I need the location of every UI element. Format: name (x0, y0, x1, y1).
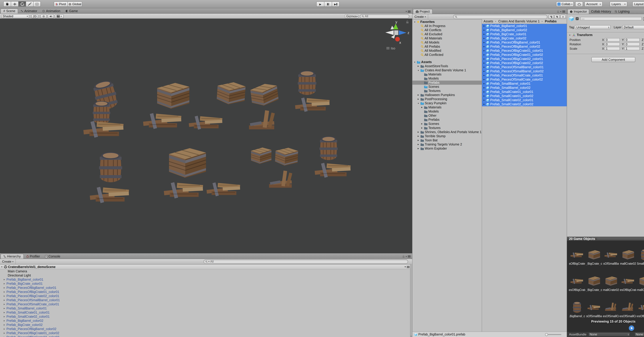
hierarchy-item[interactable]: Main Camera (0, 269, 412, 273)
hierarchy-item[interactable]: ▶ Prefab_SmallCrate01_color01 (0, 311, 412, 315)
asset-row[interactable]: ▶ Prefab_SmallCrate02_color01 (482, 98, 567, 102)
search-by-label-button[interactable] (554, 15, 560, 19)
hierarchy-item[interactable]: ▶ Prefab_SmallBarrel_color01 (0, 306, 412, 311)
tab-inspector[interactable]: iInspector (568, 9, 589, 14)
play-button[interactable]: ▶ (316, 1, 324, 7)
cloud-button[interactable] (575, 1, 583, 7)
tree-item[interactable]: ▼ Crates And Barrels Volume 1 (412, 68, 482, 72)
asset-row[interactable]: ▶ Prefab_BigBarrel_color01 (482, 24, 567, 28)
breadcrumb-current[interactable]: Prefabs (545, 19, 557, 23)
preview-thumbnail[interactable]: sOfSmallBa (602, 249, 620, 265)
hierarchy-item[interactable]: Directional Light (0, 273, 412, 278)
preview-thumbnail[interactable]: sOfBigCrate (568, 249, 586, 265)
asset-row[interactable]: ▶ Prefab_PiecesOfBigCrate01_color02 (482, 53, 567, 57)
layers-dropdown[interactable]: Layers▾ (610, 1, 627, 7)
hierarchy-item[interactable]: ▶ Prefab_BigBarrel_color01 (0, 278, 412, 282)
static-toggle[interactable]: Static ▾ (643, 17, 644, 20)
gizmos-dropdown[interactable]: Gizmos▾ (345, 14, 358, 18)
shading-mode-dropdown[interactable]: Shaded▾ (1, 14, 29, 18)
favorites-item[interactable]: All Modified (412, 49, 482, 53)
asset-row[interactable]: ▶ Prefab_PiecesOfBigCrate02_color02 (482, 61, 567, 65)
tab-collab-history[interactable]: Collab History (589, 9, 613, 14)
asset-row[interactable]: ▶ Prefab_PiecesOfSmallCrate_color01 (482, 73, 567, 77)
search-by-type-button[interactable] (548, 15, 554, 19)
preview-thumbnail[interactable]: esOfBigCrate (620, 275, 636, 292)
tree-item[interactable]: Models (412, 109, 482, 113)
hierarchy-item[interactable]: ▶ Prefab_PiecesOfBigCrate01_color01 (0, 290, 412, 294)
tree-item[interactable]: Materials (412, 72, 482, 76)
static-checkbox[interactable] (643, 17, 644, 20)
hand-tool-button[interactable] (3, 1, 11, 7)
preview-thumbnail[interactable]: esOfBigBarr (636, 301, 644, 318)
scene-row-menu-icon[interactable] (407, 266, 410, 268)
tree-item[interactable]: ▶ Materials (412, 105, 482, 109)
account-dropdown[interactable]: Account▾ (584, 1, 602, 7)
assetbundle-variant-dropdown[interactable]: None▲▼ (634, 332, 644, 337)
asset-labels-button[interactable] (629, 326, 634, 331)
hierarchy-item[interactable]: ▶ Prefab_PiecesOfBigCrate02_color02 (0, 335, 412, 337)
hierarchy-item[interactable]: ▶ Prefab_PiecesOfSmallCrate_color01 (0, 302, 412, 306)
hierarchy-item[interactable]: ▶ Prefab_PiecesOfBigCrate01_color02 (0, 331, 412, 335)
tab-profiler[interactable]: Profiler (24, 254, 42, 259)
lock-icon[interactable] (402, 255, 405, 258)
y-field[interactable]: 0 (625, 38, 640, 41)
hierarchy-scene-row[interactable]: ▼ CratesBarrelsVol1_demoScene ▾ (0, 264, 412, 269)
hierarchy-item[interactable]: ▶ Prefab_BigCrate_color01 (0, 282, 412, 286)
pause-button[interactable] (324, 1, 332, 7)
global-toggle-button[interactable]: Global (68, 1, 82, 7)
hierarchy-create-button[interactable]: Create▾ (0, 259, 16, 264)
breadcrumb-folder[interactable]: Crates And Barrels Volume 1 (498, 19, 540, 23)
gameobject-name-field[interactable]: — (580, 17, 642, 20)
2d-toggle-button[interactable]: 2D (32, 14, 38, 18)
hierarchy-item[interactable]: ▶ Prefab_PiecesOfBigCrate02_color01 (0, 294, 412, 298)
hierarchy-item[interactable]: ▶ Prefab_PiecesOfBigBarrel_color01 (0, 286, 412, 290)
transform-foldout[interactable]: ▼ (568, 34, 571, 36)
tab-project[interactable]: Project (413, 9, 432, 14)
collab-button[interactable]: ↑ Collab▾ (556, 1, 574, 7)
preview-area[interactable]: sOfBigCrate _BigCrate_c sOfSmallBa mallC… (567, 241, 644, 332)
favorites-item[interactable]: All Materials (412, 36, 482, 40)
tree-item[interactable]: Prefabs (412, 81, 482, 85)
rotate-tool-button[interactable] (18, 1, 26, 7)
project-search-input[interactable] (453, 15, 548, 19)
asset-row[interactable]: ▶ Prefab_BigBarrel_color02 (482, 28, 567, 32)
tree-item[interactable]: ▶ Toon Bat (412, 138, 482, 142)
add-component-button[interactable]: Add Component (592, 57, 635, 62)
preview-thumbnail[interactable]: esOfBigCrate (568, 275, 586, 292)
projection-toggle[interactable]: Iso (386, 46, 395, 50)
scrollbar-down-arrow[interactable]: ▼ (410, 336, 412, 337)
preview-thumbnail[interactable]: mallCrate01 (636, 275, 644, 292)
tab-animation[interactable]: Animation (40, 9, 63, 13)
preview-thumbnail[interactable]: sOfSmallBa (586, 301, 602, 318)
tree-item[interactable]: Prefabs (412, 118, 482, 122)
x-field[interactable]: 0 (605, 38, 620, 41)
panel-dropdown-icon[interactable]: ▾ (560, 10, 561, 13)
tree-item[interactable]: Textures (412, 89, 482, 93)
tab-hierarchy[interactable]: Hierarchy (0, 254, 24, 259)
asset-row[interactable]: ▶ Prefab_SmallCrate01_color02 (482, 94, 567, 98)
hierarchy-item[interactable]: ▶ Prefab_SmallCrate02_color01 (0, 315, 412, 319)
panel-menu-icon[interactable] (408, 10, 410, 12)
preview-thumbnail[interactable]: esOfSmallCr (602, 301, 620, 318)
asset-row[interactable]: ▶ Prefab_PiecesOfSmallBarrel_color02 (482, 69, 567, 73)
tree-item[interactable]: ▶ Textures (412, 126, 482, 130)
asset-row[interactable]: ▶ Prefab_BigCrate_color01 (482, 32, 567, 36)
tag-dropdown[interactable]: Untagged▲▼ (575, 25, 611, 29)
tree-item[interactable]: ▼ Scary Pumpkin (412, 101, 482, 105)
y-field[interactable]: 1 (625, 47, 640, 50)
assetbundle-dropdown[interactable]: None▲▼ (588, 332, 630, 337)
x-field[interactable]: 1 (605, 47, 620, 50)
lock-icon[interactable] (406, 20, 409, 24)
asset-row[interactable]: ▶ Prefab_SmallBarrel_color01 (482, 82, 567, 86)
lock-icon[interactable] (557, 10, 559, 13)
scene-audio-toggle[interactable] (48, 14, 54, 18)
asset-row[interactable]: ▶ Prefab_BigCrate_color02 (482, 36, 567, 40)
favorites-item[interactable]: All Excluded (412, 32, 482, 36)
asset-row[interactable]: ▶ Prefab_SmallCrate02_color02 (482, 102, 567, 106)
tree-item[interactable]: ▶ Shrines, Obelisks And Portals Volume 1 (412, 130, 482, 134)
asset-row[interactable]: ▶ Prefab_PiecesOfBigCrate01_color01 (482, 49, 567, 53)
tree-item[interactable]: ▶ Scenes (412, 122, 482, 126)
active-checkbox[interactable]: ✓ (576, 17, 578, 20)
tree-item[interactable]: Scenes (412, 85, 482, 89)
panel-dropdown-icon[interactable]: ▾ (406, 255, 407, 258)
